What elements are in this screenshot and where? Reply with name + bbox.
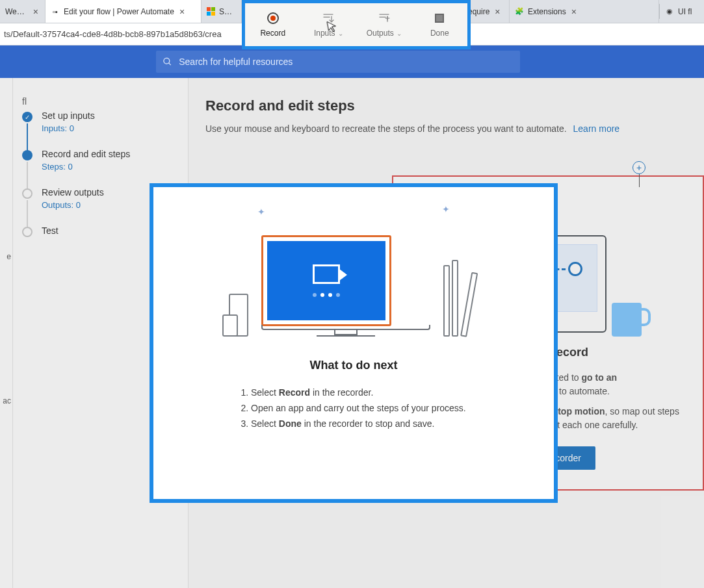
modal-illustration: ✦ ✦ — [179, 207, 528, 337]
steps-header: fl — [22, 96, 177, 107]
close-icon[interactable]: × — [493, 6, 501, 17]
svg-line-1 — [169, 63, 171, 65]
stop-icon — [433, 12, 446, 25]
record-label: Record — [260, 29, 285, 38]
record-button[interactable]: Record — [245, 3, 301, 46]
check-icon: ✓ — [22, 112, 33, 122]
tab-label: Web Stor — [5, 7, 28, 16]
pending-step-icon — [22, 188, 33, 199]
tab-setup[interactable]: Set u — [202, 0, 242, 23]
outputs-dropdown[interactable]: Outputs⌄ — [356, 3, 412, 46]
tab-label: Set u — [219, 7, 236, 16]
microsoft-icon — [207, 7, 215, 16]
modal-title: What to do next — [179, 359, 528, 372]
tab-webstore[interactable]: Web Stor × — [0, 0, 46, 23]
svg-point-0 — [164, 58, 170, 64]
outputs-label: Outputs — [367, 29, 394, 38]
record-icon — [267, 12, 279, 24]
inputs-dropdown[interactable]: Inputs⌄ — [301, 3, 357, 46]
what-to-do-next-modal: ✦ ✦ What to do next Select Record in the… — [150, 183, 558, 503]
inputs-label: Inputs — [314, 29, 335, 38]
left-rail: e ac — [0, 78, 13, 588]
done-button[interactable]: Done — [412, 3, 468, 46]
step-title: Set up inputs — [42, 110, 177, 121]
url-text: ts/Default-37574ca4-cde8-4d8b-bcb8-897b1… — [4, 29, 222, 39]
tab-label: Extensions — [528, 7, 566, 16]
learn-more-link[interactable]: Learn more — [573, 123, 620, 134]
page-title: Record and edit steps — [205, 97, 687, 114]
tab-label: UI fl — [678, 7, 692, 16]
tab-extensions[interactable]: 🧩 Extensions × — [510, 0, 659, 23]
tab-label: equire — [468, 7, 489, 16]
puzzle-icon: 🧩 — [515, 7, 524, 16]
search-icon — [163, 57, 172, 67]
pending-step-icon — [22, 227, 33, 237]
camera-icon — [313, 264, 340, 284]
step-sub: Inputs: 0 — [42, 123, 177, 133]
insert-step-icon[interactable]: + — [632, 161, 645, 187]
tab-power-automate[interactable]: ▫▪ Edit your flow | Power Automate × — [46, 0, 202, 23]
done-label: Done — [430, 29, 449, 38]
chrome-icon: ◉ — [665, 7, 674, 16]
list-item: Select Record in the recorder. — [251, 385, 528, 401]
recorder-toolbar: Record Inputs⌄ Outputs⌄ Done — [242, 0, 471, 60]
step-sub: Steps: 0 — [42, 162, 177, 172]
step-title: Record and edit steps — [42, 149, 177, 159]
tab-uiflow[interactable]: ◉ UI fl — [660, 0, 699, 23]
current-step-icon — [22, 150, 33, 160]
rail-item: ac — [0, 394, 12, 408]
step-setup-inputs[interactable]: ✓ Set up inputs Inputs: 0 — [22, 110, 177, 133]
power-automate-icon: ▫▪ — [51, 7, 60, 16]
modal-steps-list: Select Record in the recorder. Open an a… — [251, 385, 528, 431]
inputs-icon — [322, 12, 335, 25]
helper-text: Use your mouse and keyboard to recreate … — [205, 123, 687, 134]
step-record-edit[interactable]: Record and edit steps Steps: 0 — [22, 149, 177, 172]
close-icon[interactable]: × — [178, 6, 186, 17]
outputs-icon — [378, 12, 391, 25]
list-item: Open an app and carry out the steps of y… — [251, 401, 528, 416]
close-icon[interactable]: × — [570, 6, 578, 17]
chevron-down-icon: ⌄ — [338, 30, 343, 37]
list-item: Select Done in the recorder to stop and … — [251, 416, 528, 432]
close-icon[interactable]: × — [32, 6, 40, 17]
rail-item: e — [0, 249, 12, 264]
chevron-down-icon: ⌄ — [397, 30, 402, 37]
tab-label: Edit your flow | Power Automate — [64, 7, 174, 16]
